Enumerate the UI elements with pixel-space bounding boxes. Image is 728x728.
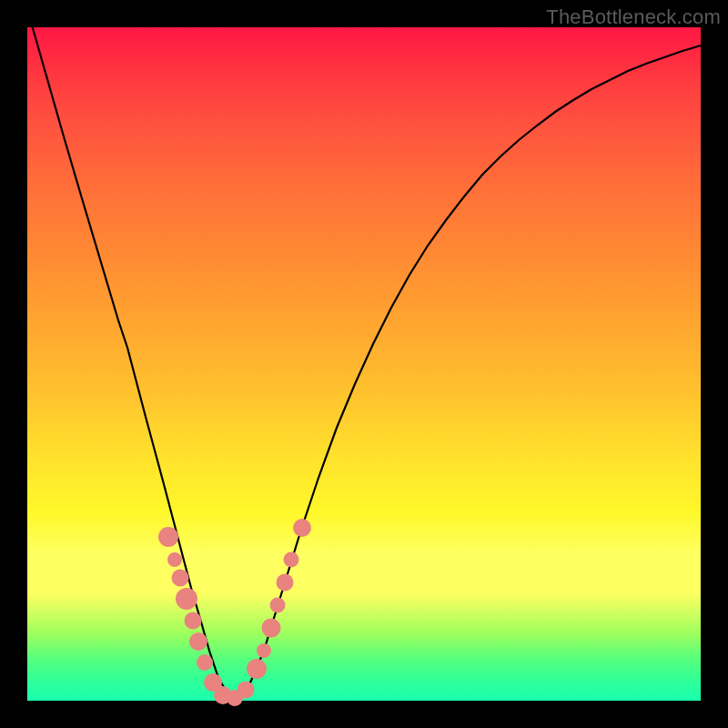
chart-overlay [27,27,701,701]
data-marker [262,619,281,638]
data-marker [247,659,267,679]
data-marker [284,552,299,568]
watermark-label: TheBottleneck.com [546,5,721,29]
data-marker [197,654,213,671]
chart-frame: TheBottleneck.com [0,0,728,728]
data-marker [270,598,286,613]
data-marker [185,612,202,630]
data-marker [277,574,294,592]
data-marker [176,588,197,610]
data-marker [158,527,178,547]
data-marker [189,632,207,651]
bottleneck-curve [27,9,701,699]
data-marker [238,682,255,699]
data-marker [257,643,271,658]
data-marker [167,552,182,567]
data-marker [172,570,189,587]
data-marker [293,519,311,537]
